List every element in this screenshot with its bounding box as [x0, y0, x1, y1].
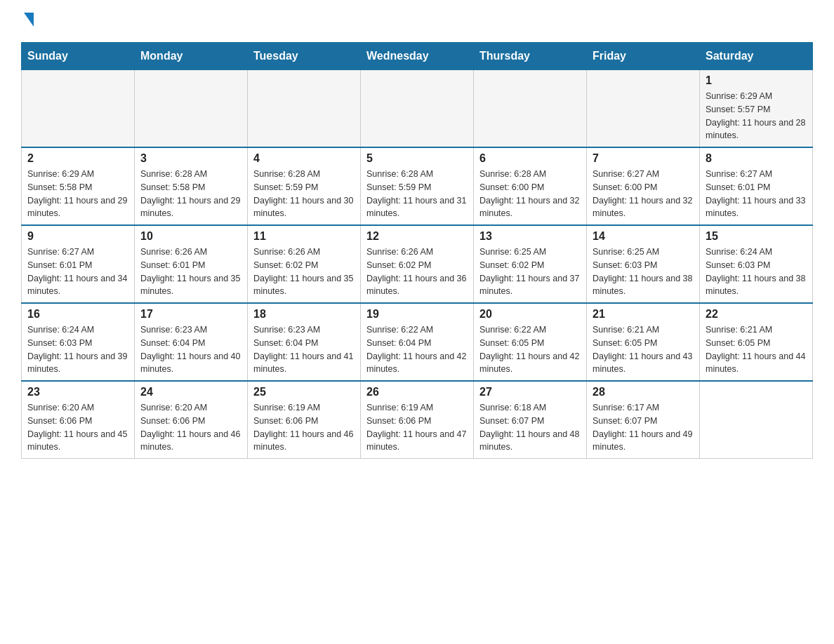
- calendar-cell: 2Sunrise: 6:29 AMSunset: 5:58 PMDaylight…: [22, 147, 135, 225]
- calendar-cell: [248, 70, 361, 148]
- calendar-cell: [700, 381, 813, 459]
- day-info: Sunrise: 6:26 AMSunset: 6:02 PMDaylight:…: [366, 246, 468, 298]
- calendar-cell: 12Sunrise: 6:26 AMSunset: 6:02 PMDayligh…: [361, 225, 474, 303]
- calendar-cell: 25Sunrise: 6:19 AMSunset: 6:06 PMDayligh…: [248, 381, 361, 459]
- calendar-week-row: 16Sunrise: 6:24 AMSunset: 6:03 PMDayligh…: [22, 303, 813, 381]
- day-info: Sunrise: 6:20 AMSunset: 6:06 PMDaylight:…: [140, 401, 241, 454]
- day-header-friday: Friday: [587, 43, 700, 70]
- day-number: 4: [253, 152, 355, 165]
- calendar-cell: 8Sunrise: 6:27 AMSunset: 6:01 PMDaylight…: [700, 147, 813, 225]
- day-header-tuesday: Tuesday: [248, 43, 361, 70]
- day-number: 22: [706, 308, 807, 321]
- calendar-cell: 14Sunrise: 6:25 AMSunset: 6:03 PMDayligh…: [587, 225, 700, 303]
- day-header-monday: Monday: [135, 43, 248, 70]
- day-info: Sunrise: 6:27 AMSunset: 6:01 PMDaylight:…: [706, 168, 807, 220]
- day-info: Sunrise: 6:19 AMSunset: 6:06 PMDaylight:…: [253, 401, 355, 454]
- day-number: 6: [479, 152, 581, 165]
- day-info: Sunrise: 6:28 AMSunset: 5:59 PMDaylight:…: [366, 168, 468, 220]
- calendar-cell: 23Sunrise: 6:20 AMSunset: 6:06 PMDayligh…: [22, 381, 135, 459]
- day-number: 2: [27, 152, 128, 165]
- day-number: 26: [366, 386, 468, 398]
- day-info: Sunrise: 6:23 AMSunset: 6:04 PMDaylight:…: [253, 323, 355, 376]
- calendar-header-row: SundayMondayTuesdayWednesdayThursdayFrid…: [22, 43, 813, 70]
- calendar-cell: 1Sunrise: 6:29 AMSunset: 5:57 PMDaylight…: [700, 70, 813, 148]
- day-info: Sunrise: 6:24 AMSunset: 6:03 PMDaylight:…: [706, 246, 807, 298]
- calendar-cell: 15Sunrise: 6:24 AMSunset: 6:03 PMDayligh…: [700, 225, 813, 303]
- calendar-cell: 5Sunrise: 6:28 AMSunset: 5:59 PMDaylight…: [361, 147, 474, 225]
- day-number: 3: [140, 152, 241, 165]
- day-number: 14: [593, 230, 694, 243]
- day-info: Sunrise: 6:22 AMSunset: 6:04 PMDaylight:…: [366, 323, 468, 376]
- day-info: Sunrise: 6:20 AMSunset: 6:06 PMDaylight:…: [27, 401, 128, 454]
- day-number: 1: [706, 74, 807, 87]
- day-info: Sunrise: 6:19 AMSunset: 6:06 PMDaylight:…: [366, 401, 468, 454]
- day-number: 24: [140, 386, 241, 398]
- day-info: Sunrise: 6:29 AMSunset: 5:58 PMDaylight:…: [27, 168, 128, 220]
- day-number: 5: [366, 152, 468, 165]
- day-number: 25: [253, 386, 355, 398]
- day-number: 17: [140, 308, 241, 321]
- calendar-cell: 26Sunrise: 6:19 AMSunset: 6:06 PMDayligh…: [361, 381, 474, 459]
- calendar-cell: 6Sunrise: 6:28 AMSunset: 6:00 PMDaylight…: [474, 147, 587, 225]
- calendar-cell: [22, 70, 135, 148]
- day-info: Sunrise: 6:18 AMSunset: 6:07 PMDaylight:…: [479, 401, 581, 454]
- calendar-cell: [474, 70, 587, 148]
- logo-arrow-icon: [24, 13, 34, 27]
- day-info: Sunrise: 6:28 AMSunset: 5:59 PMDaylight:…: [253, 168, 355, 220]
- day-number: 12: [366, 230, 468, 243]
- calendar-cell: 24Sunrise: 6:20 AMSunset: 6:06 PMDayligh…: [135, 381, 248, 459]
- calendar-week-row: 1Sunrise: 6:29 AMSunset: 5:57 PMDaylight…: [22, 70, 813, 148]
- calendar-cell: 28Sunrise: 6:17 AMSunset: 6:07 PMDayligh…: [587, 381, 700, 459]
- day-number: 15: [706, 230, 807, 243]
- calendar-cell: 9Sunrise: 6:27 AMSunset: 6:01 PMDaylight…: [22, 225, 135, 303]
- calendar-cell: 17Sunrise: 6:23 AMSunset: 6:04 PMDayligh…: [135, 303, 248, 381]
- day-number: 18: [253, 308, 355, 321]
- calendar-cell: [361, 70, 474, 148]
- calendar-cell: 20Sunrise: 6:22 AMSunset: 6:05 PMDayligh…: [474, 303, 587, 381]
- day-info: Sunrise: 6:26 AMSunset: 6:02 PMDaylight:…: [253, 246, 355, 298]
- day-info: Sunrise: 6:26 AMSunset: 6:01 PMDaylight:…: [140, 246, 241, 298]
- day-number: 7: [593, 152, 694, 165]
- day-number: 19: [366, 308, 468, 321]
- logo: [21, 14, 34, 28]
- day-info: Sunrise: 6:21 AMSunset: 6:05 PMDaylight:…: [706, 323, 807, 376]
- calendar-cell: [135, 70, 248, 148]
- day-info: Sunrise: 6:17 AMSunset: 6:07 PMDaylight:…: [593, 401, 694, 454]
- day-info: Sunrise: 6:29 AMSunset: 5:57 PMDaylight:…: [706, 90, 807, 142]
- calendar-cell: 13Sunrise: 6:25 AMSunset: 6:02 PMDayligh…: [474, 225, 587, 303]
- day-number: 13: [479, 230, 581, 243]
- calendar-cell: 7Sunrise: 6:27 AMSunset: 6:00 PMDaylight…: [587, 147, 700, 225]
- calendar-cell: 16Sunrise: 6:24 AMSunset: 6:03 PMDayligh…: [22, 303, 135, 381]
- day-header-sunday: Sunday: [22, 43, 135, 70]
- calendar-cell: 18Sunrise: 6:23 AMSunset: 6:04 PMDayligh…: [248, 303, 361, 381]
- day-number: 20: [479, 308, 581, 321]
- day-number: 16: [27, 308, 128, 321]
- day-info: Sunrise: 6:22 AMSunset: 6:05 PMDaylight:…: [479, 323, 581, 376]
- calendar-cell: 27Sunrise: 6:18 AMSunset: 6:07 PMDayligh…: [474, 381, 587, 459]
- calendar-week-row: 9Sunrise: 6:27 AMSunset: 6:01 PMDaylight…: [22, 225, 813, 303]
- calendar-cell: 10Sunrise: 6:26 AMSunset: 6:01 PMDayligh…: [135, 225, 248, 303]
- calendar-table: SundayMondayTuesdayWednesdayThursdayFrid…: [21, 42, 813, 459]
- day-header-wednesday: Wednesday: [361, 43, 474, 70]
- day-number: 9: [27, 230, 128, 243]
- day-info: Sunrise: 6:27 AMSunset: 6:00 PMDaylight:…: [593, 168, 694, 220]
- calendar-week-row: 23Sunrise: 6:20 AMSunset: 6:06 PMDayligh…: [22, 381, 813, 459]
- calendar-cell: 4Sunrise: 6:28 AMSunset: 5:59 PMDaylight…: [248, 147, 361, 225]
- calendar-week-row: 2Sunrise: 6:29 AMSunset: 5:58 PMDaylight…: [22, 147, 813, 225]
- day-info: Sunrise: 6:27 AMSunset: 6:01 PMDaylight:…: [27, 246, 128, 298]
- calendar-cell: 21Sunrise: 6:21 AMSunset: 6:05 PMDayligh…: [587, 303, 700, 381]
- logo-line1: [21, 14, 34, 28]
- calendar-cell: 3Sunrise: 6:28 AMSunset: 5:58 PMDaylight…: [135, 147, 248, 225]
- day-number: 23: [27, 386, 128, 398]
- page-header: [21, 14, 813, 28]
- day-number: 21: [593, 308, 694, 321]
- day-number: 8: [706, 152, 807, 165]
- day-header-saturday: Saturday: [700, 43, 813, 70]
- day-info: Sunrise: 6:28 AMSunset: 6:00 PMDaylight:…: [479, 168, 581, 220]
- day-number: 27: [479, 386, 581, 398]
- calendar-cell: 22Sunrise: 6:21 AMSunset: 6:05 PMDayligh…: [700, 303, 813, 381]
- calendar-cell: [587, 70, 700, 148]
- day-info: Sunrise: 6:24 AMSunset: 6:03 PMDaylight:…: [27, 323, 128, 376]
- day-info: Sunrise: 6:25 AMSunset: 6:03 PMDaylight:…: [593, 246, 694, 298]
- day-number: 28: [593, 386, 694, 398]
